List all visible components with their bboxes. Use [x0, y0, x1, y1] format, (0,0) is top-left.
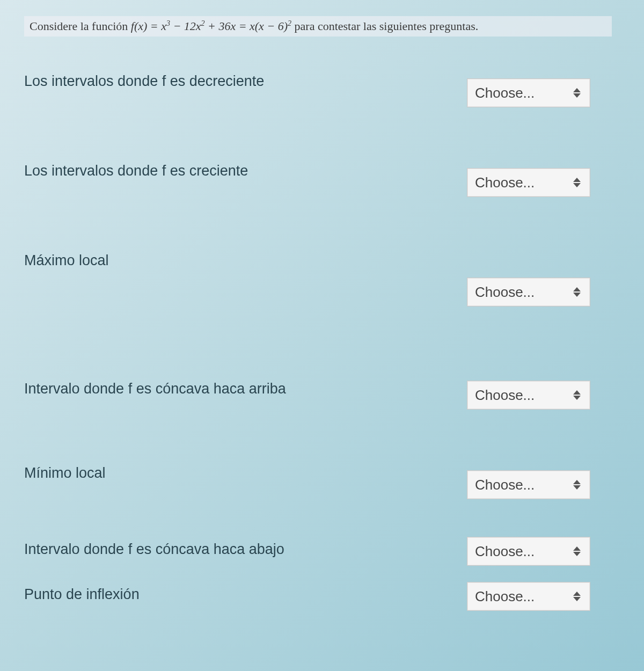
- updown-icon: [572, 477, 582, 492]
- question-row-minimo: Mínimo local Choose...: [24, 461, 612, 499]
- question-label: Punto de inflexión: [24, 582, 467, 603]
- question-row-decreciente: Los intervalos donde f es decreciente Ch…: [24, 69, 612, 107]
- question-label: Los intervalos donde f es decreciente: [24, 69, 467, 90]
- instruction-prefix: Considere la función: [30, 19, 131, 33]
- dropdown-text: Choose...: [475, 284, 572, 301]
- instruction-function: f(x) = x3 − 12x2 + 36x = x(x − 6)2: [131, 19, 291, 33]
- question-row-maximo: Máximo local Choose...: [24, 248, 612, 307]
- dropdown-cell: Choose...: [467, 376, 612, 410]
- dropdown-cell: Choose...: [467, 69, 612, 107]
- updown-icon: [572, 589, 582, 604]
- dropdown-text: Choose...: [475, 477, 572, 493]
- dropdown-maximo[interactable]: Choose...: [467, 278, 590, 307]
- question-row-inflexion: Punto de inflexión Choose...: [24, 582, 612, 611]
- updown-icon: [572, 85, 582, 100]
- dropdown-concava-abajo[interactable]: Choose...: [467, 537, 590, 566]
- question-row-concava-abajo: Intervalo donde f es cóncava haca abajo …: [24, 537, 612, 566]
- question-list: Los intervalos donde f es decreciente Ch…: [24, 69, 612, 611]
- question-label: Intervalo donde f es cóncava haca abajo: [24, 537, 467, 558]
- dropdown-cell: Choose...: [467, 537, 612, 566]
- quiz-content: Considere la función f(x) = x3 − 12x2 + …: [0, 0, 644, 627]
- dropdown-text: Choose...: [475, 174, 572, 191]
- updown-icon: [572, 285, 582, 300]
- question-label: Intervalo donde f es cóncava haca arriba: [24, 376, 467, 397]
- dropdown-text: Choose...: [475, 588, 572, 605]
- dropdown-cell: Choose...: [467, 461, 612, 499]
- dropdown-minimo[interactable]: Choose...: [467, 470, 590, 499]
- dropdown-creciente[interactable]: Choose...: [467, 168, 590, 197]
- dropdown-cell: Choose...: [467, 248, 612, 307]
- updown-icon: [572, 388, 582, 403]
- instruction-suffix: para contestar las siguientes preguntas.: [291, 19, 478, 33]
- question-label: Mínimo local: [24, 461, 467, 482]
- dropdown-inflexion[interactable]: Choose...: [467, 582, 590, 611]
- dropdown-concava-arriba[interactable]: Choose...: [467, 381, 590, 410]
- dropdown-cell: Choose...: [467, 158, 612, 197]
- updown-icon: [572, 544, 582, 559]
- updown-icon: [572, 175, 582, 190]
- instruction-bar: Considere la función f(x) = x3 − 12x2 + …: [24, 16, 612, 37]
- question-row-creciente: Los intervalos donde f es creciente Choo…: [24, 158, 612, 197]
- question-row-concava-arriba: Intervalo donde f es cóncava haca arriba…: [24, 376, 612, 410]
- dropdown-text: Choose...: [475, 387, 572, 404]
- dropdown-text: Choose...: [475, 85, 572, 101]
- dropdown-text: Choose...: [475, 543, 572, 560]
- dropdown-cell: Choose...: [467, 582, 612, 611]
- question-label: Máximo local: [24, 248, 467, 269]
- question-label: Los intervalos donde f es creciente: [24, 158, 467, 179]
- dropdown-decreciente[interactable]: Choose...: [467, 78, 590, 107]
